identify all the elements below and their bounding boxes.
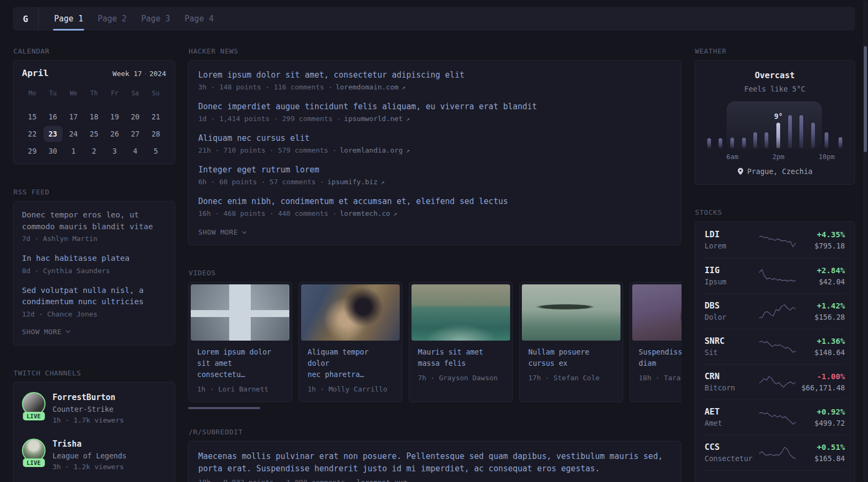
calendar-day[interactable]: 24: [63, 125, 84, 142]
stock-row[interactable]: CCS Consectetur +0.51% $165.84: [705, 435, 845, 470]
calendar-day[interactable]: 18: [84, 108, 104, 125]
page-scrollbar-thumb[interactable]: [864, 46, 867, 152]
stock-row[interactable]: IIG Ipsum +2.84% $42.04: [705, 258, 845, 293]
calendar-widget: CALENDAR April Week 17·2024 Mo Tu We Th …: [13, 47, 175, 164]
hackernews-item-domain[interactable]: loremtech.co: [340, 209, 390, 219]
calendar-day[interactable]: 3: [104, 142, 125, 160]
calendar-day[interactable]: 2: [84, 142, 104, 160]
rss-item-title[interactable]: In hac habitasse platea: [22, 253, 166, 265]
rss-item: Sed volutpat nulla nisl, a condimentum n…: [22, 285, 166, 319]
video-thumbnail: [191, 284, 289, 341]
calendar-day[interactable]: 17: [63, 108, 84, 125]
calendar-day[interactable]: 28: [146, 125, 166, 142]
stock-sparkline: [759, 409, 796, 425]
hackernews-item-domain[interactable]: ipsumify.biz: [327, 177, 378, 187]
stock-row[interactable]: DBS Dolor +1.42% $156.28: [705, 293, 845, 329]
video-thumbnail: [301, 284, 400, 341]
rss-show-more-button[interactable]: SHOW MORE: [22, 328, 166, 336]
video-title[interactable]: Suspendisse diam: [639, 347, 682, 369]
videos-scrollbar-thumb[interactable]: [188, 407, 260, 409]
video-card[interactable]: Mauris sit amet massa felis 7h · Grayson…: [409, 282, 513, 402]
calendar-days-grid: 15 16 17 18 19 20 21 22 23 24 25 26 27 2…: [22, 108, 166, 160]
hackernews-item-domain[interactable]: loremdomain.com: [335, 82, 398, 92]
video-title[interactable]: Lorem ipsum dolor sit amet consectetu…: [197, 347, 283, 380]
weekday-label: Su: [146, 86, 166, 100]
calendar-day[interactable]: 26: [104, 125, 125, 142]
hackernews-item-domain[interactable]: ipsumworld.net: [344, 114, 403, 124]
stock-row[interactable]: SNRC Sit +1.36% $148.64: [705, 329, 845, 364]
stock-price: $499.72: [814, 418, 845, 428]
hackernews-item-title[interactable]: Lorem ipsum dolor sit amet, consectetur …: [198, 70, 671, 80]
stock-row[interactable]: LDI Lorem +4.35% $795.18: [705, 223, 845, 258]
external-link-icon: ↗: [410, 478, 414, 482]
calendar-month: April: [22, 68, 49, 78]
weather-bar-column: 10pm: [819, 103, 835, 160]
tab-page-4[interactable]: Page 4: [184, 7, 215, 31]
hackernews-item-title[interactable]: Donec imperdiet augue tincidunt felis al…: [198, 101, 671, 112]
calendar-day[interactable]: 20: [125, 108, 145, 125]
rss-item-meta: 7d · Ashlyn Martin: [22, 234, 166, 244]
twitch-channel-name[interactable]: Trisha: [53, 439, 126, 449]
calendar-day[interactable]: 22: [22, 125, 42, 142]
stock-row[interactable]: AET Amet +0.92% $499.72: [705, 400, 845, 435]
stock-change: +0.92%: [814, 406, 845, 417]
tab-page-3[interactable]: Page 3: [140, 7, 171, 31]
weekday-label: Tu: [42, 86, 63, 100]
hackernews-item: Aliquam nec cursus elit 21h · 710 points…: [198, 133, 671, 155]
stock-symbol: DBS: [705, 300, 759, 311]
stock-row[interactable]: AHS +0.46%: [705, 470, 845, 482]
subreddit-post-title[interactable]: Maecenas mollis pulvinar erat non posuer…: [198, 450, 671, 475]
calendar-day[interactable]: 27: [125, 125, 145, 142]
video-card[interactable]: Nullam posuere cursus ex 17h · Stefan Co…: [519, 282, 623, 402]
hackernews-item-meta: 1d · 1,414 points · 299 comments ·ipsumw…: [198, 114, 671, 124]
weekday-label: Th: [84, 86, 104, 100]
tab-page-1[interactable]: Page 1: [53, 7, 84, 31]
video-title[interactable]: Aliquam tempor dolor nec pharetra…: [308, 347, 393, 380]
subreddit-post-domain[interactable]: loremnet.xyz: [357, 478, 407, 482]
video-title[interactable]: Mauris sit amet massa felis: [418, 347, 504, 369]
hackernews-item-title[interactable]: Integer eget rutrum lorem: [198, 164, 671, 175]
twitch-channel-name[interactable]: ForrestBurton: [53, 392, 124, 403]
calendar-day[interactable]: 19: [104, 108, 125, 125]
calendar-day[interactable]: 16: [42, 108, 63, 125]
video-card[interactable]: Suspendisse diam 18h · Tara: [630, 282, 682, 402]
rss-item-title[interactable]: Donec tempor eros leo, ut commodo mauris…: [22, 209, 166, 232]
stock-sparkline: [759, 232, 796, 248]
twitch-channel-row[interactable]: LIVE Trisha League of Legends 3h · 1.2k …: [22, 439, 166, 472]
rss-item: Donec tempor eros leo, ut commodo mauris…: [22, 209, 166, 244]
location-pin-icon: [737, 168, 744, 175]
hackernews-item-title[interactable]: Aliquam nec cursus elit: [198, 133, 671, 144]
stock-symbol: AET: [705, 406, 759, 417]
hackernews-item-title[interactable]: Donec enim nibh, condimentum et accumsan…: [198, 196, 671, 207]
hackernews-item: Donec imperdiet augue tincidunt felis al…: [198, 101, 671, 124]
calendar-day-selected[interactable]: 23: [42, 125, 63, 142]
videos-scrollbar-track: [188, 407, 682, 409]
stock-symbol: CCS: [705, 442, 759, 453]
dashboard-page: G Page 1 Page 2 Page 3 Page 4 CALENDAR A…: [0, 0, 868, 482]
rss-item-title[interactable]: Sed volutpat nulla nisl, a condimentum n…: [22, 285, 166, 308]
stock-change: +4.35%: [814, 229, 845, 240]
calendar-day[interactable]: 25: [84, 125, 104, 142]
calendar-day[interactable]: 1: [63, 142, 84, 160]
app-logo[interactable]: G: [13, 7, 39, 31]
video-title[interactable]: Nullam posuere cursus ex: [528, 347, 614, 369]
calendar-day[interactable]: 5: [146, 142, 166, 160]
stock-name: Ipsum: [705, 277, 759, 287]
calendar-day[interactable]: 21: [146, 108, 166, 125]
video-thumbnail: [522, 284, 620, 341]
stock-sparkline: [759, 268, 796, 284]
weather-bar-column: [750, 103, 761, 160]
calendar-day[interactable]: 15: [22, 108, 42, 125]
calendar-day[interactable]: 4: [125, 142, 145, 160]
hackernews-item-domain[interactable]: loremlandia.org: [340, 146, 402, 155]
tab-page-2[interactable]: Page 2: [96, 7, 128, 31]
twitch-channel-row[interactable]: LIVE ForrestBurton Counter-Strike 1h · 1…: [22, 392, 166, 426]
stock-price: $148.64: [814, 348, 845, 358]
hackernews-show-more-button[interactable]: SHOW MORE: [198, 228, 671, 236]
stock-row[interactable]: CRN Bitcorn -1.00% $66,171.48: [705, 364, 845, 400]
video-card[interactable]: Lorem ipsum dolor sit amet consectetu… 1…: [188, 282, 292, 402]
calendar-day[interactable]: 29: [22, 142, 42, 160]
calendar-day[interactable]: 30: [42, 142, 63, 160]
video-card[interactable]: Aliquam tempor dolor nec pharetra… 1h · …: [298, 282, 402, 402]
video-thumbnail: [632, 284, 682, 341]
